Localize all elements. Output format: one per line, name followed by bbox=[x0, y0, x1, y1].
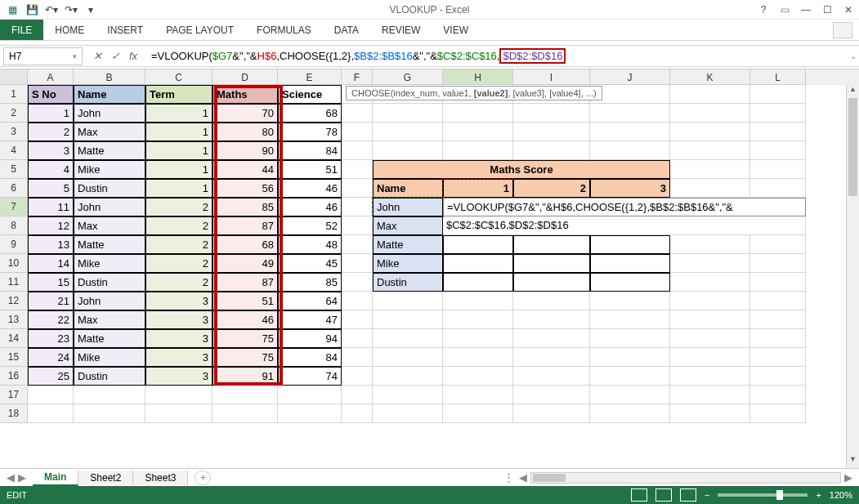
view-page-layout-icon[interactable] bbox=[655, 488, 672, 502]
cell[interactable] bbox=[590, 367, 670, 386]
cell[interactable] bbox=[342, 141, 373, 160]
col-header-D[interactable]: D bbox=[213, 69, 278, 85]
cell[interactable]: 64 bbox=[278, 292, 342, 310]
cell[interactable] bbox=[513, 254, 590, 273]
cell[interactable] bbox=[373, 123, 443, 141]
cell[interactable] bbox=[750, 386, 806, 404]
cell[interactable]: 91 bbox=[213, 367, 278, 386]
cell[interactable] bbox=[513, 235, 590, 254]
cell[interactable] bbox=[513, 367, 590, 386]
user-avatar[interactable] bbox=[833, 22, 852, 38]
cell[interactable] bbox=[443, 235, 513, 254]
help-icon[interactable]: ? bbox=[756, 4, 771, 16]
add-sheet-icon[interactable]: + bbox=[195, 471, 211, 485]
cell[interactable] bbox=[670, 141, 750, 160]
tab-file[interactable]: FILE bbox=[0, 20, 43, 40]
row-header[interactable]: 11 bbox=[0, 273, 28, 292]
row-header[interactable]: 2 bbox=[0, 104, 28, 123]
cell[interactable] bbox=[443, 348, 513, 367]
scroll-up-icon[interactable]: ▲ bbox=[847, 85, 859, 98]
cell[interactable]: 68 bbox=[213, 235, 278, 254]
cell[interactable] bbox=[342, 179, 373, 198]
cell[interactable] bbox=[513, 348, 590, 367]
cell[interactable]: 94 bbox=[278, 329, 342, 348]
scroll-down-icon[interactable]: ▼ bbox=[847, 455, 859, 468]
active-formula-cell[interactable]: =VLOOKUP($G7&","&H$6,CHOOSE({1,2},$B$2:$… bbox=[443, 198, 806, 216]
cell[interactable]: 46 bbox=[213, 310, 278, 329]
cell[interactable]: 1 bbox=[145, 123, 213, 141]
cell[interactable]: 1 bbox=[145, 179, 213, 198]
cell[interactable] bbox=[670, 386, 750, 404]
cell[interactable] bbox=[590, 235, 670, 254]
save-icon[interactable]: 💾 bbox=[25, 2, 39, 17]
cell[interactable] bbox=[590, 254, 670, 273]
cell[interactable] bbox=[443, 329, 513, 348]
sheet-tab-sheet3[interactable]: Sheet3 bbox=[133, 471, 188, 485]
cell[interactable]: 47 bbox=[278, 310, 342, 329]
cell[interactable] bbox=[443, 141, 513, 160]
cell[interactable]: 78 bbox=[278, 123, 342, 141]
hscroll-thumb[interactable] bbox=[533, 474, 566, 482]
cell[interactable] bbox=[590, 348, 670, 367]
cell[interactable] bbox=[513, 386, 590, 404]
cell[interactable] bbox=[513, 292, 590, 310]
cell[interactable] bbox=[373, 310, 443, 329]
cell[interactable]: Matte bbox=[373, 235, 443, 254]
cell[interactable] bbox=[670, 104, 750, 123]
cell[interactable] bbox=[590, 141, 670, 160]
cell[interactable] bbox=[590, 123, 670, 141]
cell[interactable] bbox=[670, 254, 750, 273]
cell[interactable] bbox=[28, 404, 74, 423]
cell[interactable] bbox=[513, 123, 590, 141]
cell[interactable] bbox=[373, 348, 443, 367]
cell[interactable] bbox=[750, 329, 806, 348]
zoom-thumb[interactable] bbox=[776, 490, 783, 500]
cell[interactable] bbox=[342, 216, 373, 235]
cell[interactable]: 80 bbox=[213, 123, 278, 141]
cell[interactable] bbox=[513, 104, 590, 123]
cell[interactable]: John bbox=[373, 198, 443, 216]
qat-dropdown-icon[interactable]: ▾ bbox=[83, 2, 98, 17]
cell[interactable] bbox=[342, 254, 373, 273]
cell[interactable]: 23 bbox=[28, 329, 74, 348]
tab-review[interactable]: REVIEW bbox=[370, 20, 432, 40]
row-header[interactable]: 15 bbox=[0, 348, 28, 367]
cell[interactable]: Dustin bbox=[74, 367, 145, 386]
col-header-J[interactable]: J bbox=[590, 69, 670, 85]
cell[interactable] bbox=[443, 386, 513, 404]
cell[interactable] bbox=[670, 292, 750, 310]
cell[interactable] bbox=[443, 123, 513, 141]
row-header[interactable]: 17 bbox=[0, 386, 28, 404]
row-header[interactable]: 6 bbox=[0, 179, 28, 198]
cell[interactable]: 87 bbox=[213, 216, 278, 235]
cell[interactable] bbox=[670, 329, 750, 348]
zoom-in-icon[interactable]: + bbox=[816, 490, 821, 500]
row-header[interactable]: 14 bbox=[0, 329, 28, 348]
col-header-E[interactable]: E bbox=[278, 69, 342, 85]
view-page-break-icon[interactable] bbox=[680, 488, 696, 502]
cell[interactable] bbox=[590, 104, 670, 123]
cell[interactable] bbox=[590, 310, 670, 329]
col-header-G[interactable]: G bbox=[373, 69, 443, 85]
cell[interactable]: Maths bbox=[213, 85, 278, 104]
vertical-scrollbar[interactable]: ▲ ▼ bbox=[846, 85, 859, 468]
cell[interactable] bbox=[443, 104, 513, 123]
cell[interactable] bbox=[278, 404, 342, 423]
cell[interactable]: 51 bbox=[213, 292, 278, 310]
row-header[interactable]: 5 bbox=[0, 160, 28, 179]
cell[interactable] bbox=[373, 404, 443, 423]
hscroll-left-icon[interactable]: ◀ bbox=[519, 471, 527, 484]
cell[interactable] bbox=[590, 85, 670, 104]
sheet-tab-sheet2[interactable]: Sheet2 bbox=[78, 471, 133, 485]
col-header-I[interactable]: I bbox=[513, 69, 590, 85]
cell[interactable]: 46 bbox=[278, 198, 342, 216]
row-header[interactable]: 8 bbox=[0, 216, 28, 235]
cell[interactable] bbox=[750, 123, 806, 141]
cell[interactable]: Max bbox=[74, 216, 145, 235]
cell[interactable]: S No bbox=[28, 85, 74, 104]
cell[interactable]: 75 bbox=[213, 348, 278, 367]
cell[interactable]: 49 bbox=[213, 254, 278, 273]
cell[interactable]: 2 bbox=[145, 254, 213, 273]
cell[interactable]: 2 bbox=[145, 198, 213, 216]
cell[interactable] bbox=[213, 386, 278, 404]
